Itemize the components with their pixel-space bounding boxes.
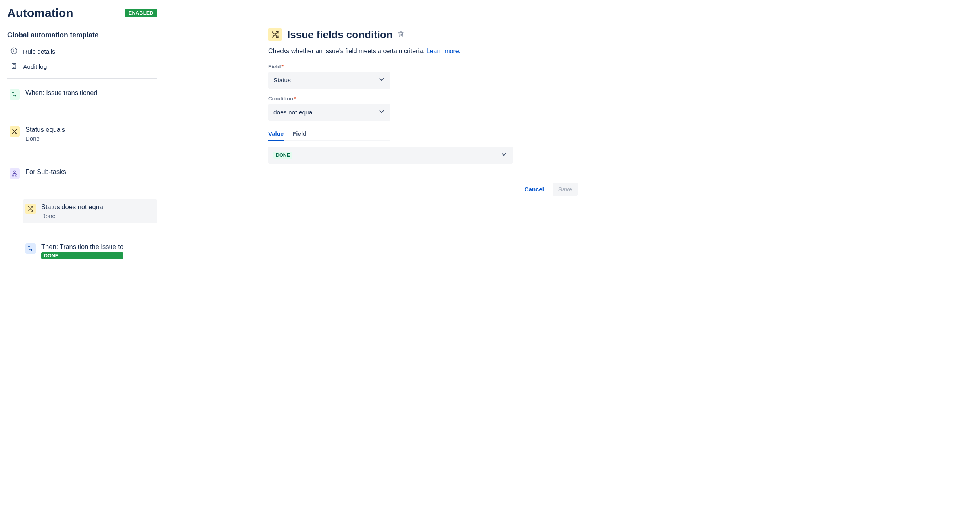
panel-title: Issue fields condition [287, 29, 393, 41]
panel-description: Checks whether an issue's field meets a … [268, 48, 427, 54]
value-chip-done: DONE [273, 152, 292, 159]
page-title: Automation [7, 6, 73, 20]
rule-step-trigger-title: When: Issue transitioned [25, 89, 98, 96]
rule-step-action-transition[interactable]: Then: Transition the issue to DONE [23, 239, 157, 263]
chevron-down-icon [378, 76, 385, 85]
branch-icon [10, 168, 20, 179]
rule-step-condition2-sub: Done [41, 212, 105, 219]
required-asterisk: * [282, 64, 284, 69]
field-select-value: Status [273, 77, 291, 84]
nav-audit-log[interactable]: Audit log [7, 59, 157, 74]
chevron-down-icon [500, 151, 507, 159]
template-name: Global automation template [7, 31, 157, 39]
nav-audit-log-label: Audit log [23, 63, 47, 70]
svg-line-10 [13, 129, 14, 131]
learn-more-link[interactable]: Learn more. [427, 48, 461, 54]
condition-select[interactable]: does not equal [268, 104, 390, 121]
required-asterisk: * [294, 96, 296, 102]
divider [7, 78, 157, 79]
rule-step-action-title: Then: Transition the issue to [41, 243, 123, 251]
field-label: Field* [268, 64, 506, 69]
rule-step-condition1-title: Status equals [25, 126, 65, 133]
nav-rule-details-label: Rule details [23, 48, 55, 55]
tab-value[interactable]: Value [268, 128, 284, 141]
cancel-button[interactable]: Cancel [520, 183, 549, 196]
rule-step-condition-status-not-equal[interactable]: Status does not equal Done [23, 199, 157, 223]
rule-sidebar: Automation ENABLED Global automation tem… [7, 6, 157, 275]
svg-line-20 [272, 32, 274, 33]
delete-component-button[interactable] [397, 30, 405, 39]
rule-step-action-badge: DONE [41, 252, 123, 259]
tab-field[interactable]: Field [292, 128, 306, 141]
rule-step-branch-title: For Sub-tasks [25, 168, 66, 176]
field-select[interactable]: Status [268, 72, 390, 89]
trigger-icon [10, 89, 20, 100]
trash-icon [398, 31, 404, 39]
condition-select-value: does not equal [273, 109, 314, 116]
value-field-tabs: Value Field [268, 128, 390, 141]
condition-icon [25, 204, 36, 214]
save-button[interactable]: Save [553, 183, 578, 196]
nav-rule-details[interactable]: Rule details [7, 44, 157, 59]
value-select[interactable]: DONE [268, 147, 513, 164]
rule-step-trigger[interactable]: When: Issue transitioned [7, 85, 157, 104]
info-icon [10, 47, 17, 56]
condition-icon [10, 126, 20, 137]
rule-step-condition2-title: Status does not equal [41, 203, 105, 211]
status-badge-enabled[interactable]: ENABLED [125, 9, 157, 17]
component-editor-panel: Issue fields condition Checks whether an… [157, 6, 506, 275]
condition-label: Condition* [268, 96, 506, 102]
svg-line-16 [29, 207, 30, 208]
chevron-down-icon [378, 108, 385, 117]
panel-icon [268, 28, 282, 41]
rule-step-condition-status-equals[interactable]: Status equals Done [7, 122, 157, 146]
audit-log-icon [10, 62, 17, 71]
rule-step-condition1-sub: Done [25, 135, 65, 142]
action-icon [25, 243, 36, 254]
rule-step-branch[interactable]: For Sub-tasks [7, 164, 157, 183]
